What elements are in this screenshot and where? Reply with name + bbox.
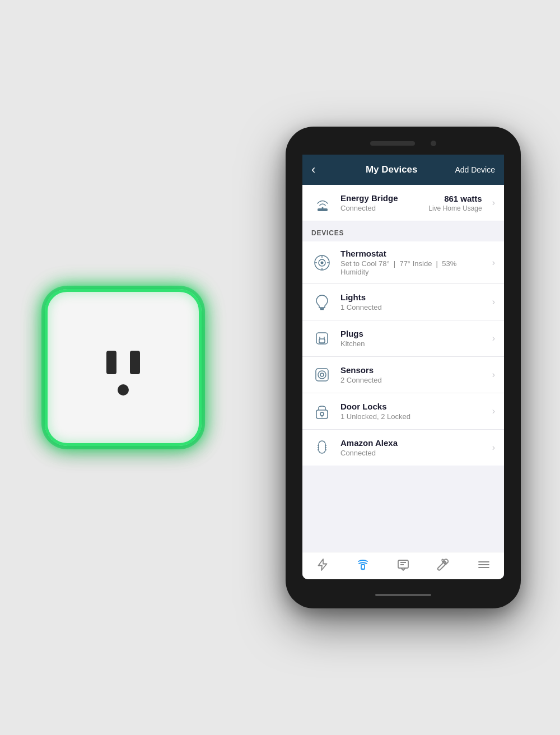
svg-rect-0	[318, 208, 328, 211]
nav-item-menu[interactable]	[467, 558, 501, 571]
nav-item-messages[interactable]	[386, 558, 420, 571]
door-locks-info: Door Locks 1 Unlocked, 2 Locked	[340, 402, 481, 421]
phone-inner: ‹ My Devices Add Device	[286, 127, 521, 608]
alexa-info: Amazon Alexa Connected	[340, 438, 481, 457]
back-button[interactable]: ‹	[311, 162, 328, 177]
device-row-lights[interactable]: Lights 1 Connected ›	[302, 284, 504, 320]
door-locks-name: Door Locks	[340, 402, 481, 411]
phone-bottom	[286, 586, 521, 608]
plugs-name: Plugs	[340, 329, 481, 338]
device-row-door-locks[interactable]: Door Locks 1 Unlocked, 2 Locked ›	[302, 393, 504, 430]
nav-item-devices[interactable]	[346, 558, 380, 571]
thermostat-sub: Set to Cool 78° | 77° Inside | 53% Humid…	[340, 259, 481, 276]
sensors-name: Sensors	[340, 365, 481, 375]
devices-section-header: DEVICES	[302, 221, 504, 241]
svg-rect-13	[319, 339, 325, 343]
glow-ring	[45, 289, 202, 446]
scroll-content: Energy Bridge Connected 861 watts Live H…	[302, 185, 504, 552]
door-locks-sub: 1 Unlocked, 2 Locked	[340, 412, 481, 421]
device-row-thermostat[interactable]: Thermostat Set to Cool 78° | 77° Inside …	[302, 241, 504, 284]
sensors-info: Sensors 2 Connected	[340, 365, 481, 384]
energy-bridge-right: 861 watts Live Home Usage	[428, 194, 482, 212]
devices-section-title: DEVICES	[311, 229, 495, 237]
energy-bridge-info: Energy Bridge Connected	[340, 193, 422, 212]
svg-point-3	[321, 261, 324, 264]
thermostat-icon	[311, 252, 333, 273]
svg-rect-20	[319, 441, 325, 453]
svg-rect-10	[316, 333, 328, 344]
page-title: My Devices	[366, 164, 418, 175]
energy-bridge-name: Energy Bridge	[340, 193, 422, 203]
camera-dot	[431, 141, 436, 146]
scene: ‹ My Devices Add Device	[28, 31, 532, 704]
device-row-sensors[interactable]: Sensors 2 Connected ›	[302, 357, 504, 393]
smart-plug	[45, 289, 202, 446]
plugs-chevron: ›	[492, 333, 495, 343]
add-device-button[interactable]: Add Device	[455, 165, 495, 174]
thermostat-chevron: ›	[492, 258, 495, 268]
lights-name: Lights	[340, 292, 481, 302]
nav-item-bolt[interactable]	[306, 558, 339, 571]
home-indicator	[375, 594, 431, 596]
status-bar	[302, 127, 504, 155]
phone: ‹ My Devices Add Device	[286, 127, 521, 608]
plugs-sub: Kitchen	[340, 339, 481, 348]
svg-point-15	[318, 371, 326, 379]
nav-item-tools[interactable]	[427, 558, 460, 571]
svg-point-28	[363, 569, 363, 570]
sensors-chevron: ›	[492, 370, 495, 380]
sensors-icon	[311, 364, 333, 385]
screen: ‹ My Devices Add Device	[302, 155, 504, 579]
energy-bridge-chevron: ›	[492, 198, 495, 208]
plugs-icon	[311, 328, 333, 349]
svg-point-18	[320, 412, 324, 416]
alexa-icon	[311, 437, 333, 458]
speaker-grille	[370, 141, 415, 146]
door-locks-chevron: ›	[492, 406, 495, 416]
alexa-chevron: ›	[492, 443, 495, 453]
bottom-nav	[302, 552, 504, 579]
lights-chevron: ›	[492, 297, 495, 307]
svg-point-16	[320, 373, 324, 376]
lights-info: Lights 1 Connected	[340, 292, 481, 311]
energy-bridge-watts: 861 watts	[428, 194, 482, 203]
lights-sub: 1 Connected	[340, 303, 481, 311]
devices-list: Thermostat Set to Cool 78° | 77° Inside …	[302, 241, 504, 466]
plugs-info: Plugs Kitchen	[340, 329, 481, 348]
energy-bridge-status: Connected	[340, 204, 422, 212]
sensors-sub: 2 Connected	[340, 376, 481, 384]
thermostat-info: Thermostat Set to Cool 78° | 77° Inside …	[340, 249, 481, 276]
alexa-name: Amazon Alexa	[340, 438, 481, 448]
door-locks-icon	[311, 401, 333, 422]
energy-bridge-icon	[311, 192, 334, 214]
lights-icon	[311, 291, 333, 313]
device-row-plugs[interactable]: Plugs Kitchen ›	[302, 320, 504, 357]
energy-bridge-row[interactable]: Energy Bridge Connected 861 watts Live H…	[302, 185, 504, 221]
device-row-alexa[interactable]: Amazon Alexa Connected ›	[302, 430, 504, 466]
svg-rect-29	[398, 560, 408, 568]
energy-bridge-usage: Live Home Usage	[428, 204, 482, 212]
alexa-sub: Connected	[340, 449, 481, 457]
nav-header: ‹ My Devices Add Device	[302, 155, 504, 185]
thermostat-name: Thermostat	[340, 249, 481, 258]
